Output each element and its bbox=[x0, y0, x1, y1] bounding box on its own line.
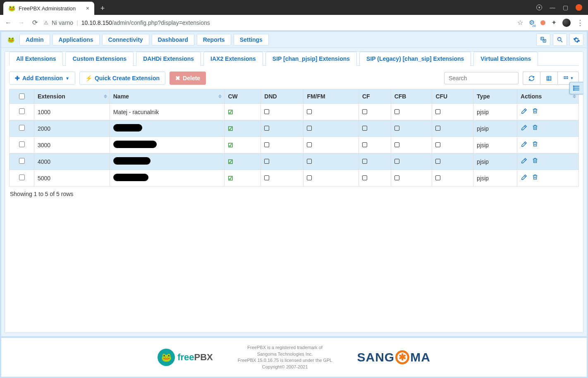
trash-icon[interactable] bbox=[532, 124, 538, 133]
edit-icon[interactable] bbox=[521, 108, 528, 116]
delete-button[interactable]: ✖ Delete bbox=[170, 72, 206, 85]
reload-button[interactable]: ⟳ bbox=[31, 19, 39, 26]
toolbar-dashboard[interactable]: Dashboard bbox=[152, 34, 194, 45]
col-extension[interactable]: Extension bbox=[34, 89, 110, 104]
checked-icon: ☑ bbox=[228, 142, 233, 148]
cell-dnd[interactable] bbox=[261, 153, 304, 170]
cell-select[interactable] bbox=[10, 120, 34, 137]
col-select[interactable] bbox=[10, 89, 34, 104]
cell-select[interactable] bbox=[10, 137, 34, 153]
maximize-button[interactable]: ▢ bbox=[563, 4, 568, 11]
url-bar[interactable]: ⚠ Ni varno | 10.10.8.150/admin/config.ph… bbox=[44, 19, 210, 26]
col-name[interactable]: Name bbox=[110, 89, 225, 104]
unchecked-icon bbox=[435, 126, 440, 131]
browser-menu-icon[interactable]: ⋮ bbox=[576, 18, 584, 27]
cell-fmfm[interactable] bbox=[304, 153, 359, 170]
extensions-puzzle-icon[interactable]: ✦ bbox=[551, 19, 557, 26]
row-select-checkbox[interactable] bbox=[19, 158, 25, 164]
cell-dnd[interactable] bbox=[261, 104, 304, 120]
trash-icon[interactable] bbox=[532, 141, 538, 149]
refresh-icon[interactable] bbox=[523, 72, 540, 85]
cell-fmfm[interactable] bbox=[304, 104, 359, 120]
toolbar-admin[interactable]: Admin bbox=[19, 34, 50, 45]
cell-cw[interactable]: ☑ bbox=[225, 120, 261, 137]
cell-cf[interactable] bbox=[359, 153, 391, 170]
language-icon[interactable] bbox=[536, 33, 550, 46]
cell-select[interactable] bbox=[10, 153, 34, 170]
cell-fmfm[interactable] bbox=[304, 137, 359, 153]
browser-tab[interactable]: 🐸 FreePBX Administration × bbox=[3, 2, 94, 15]
cell-cfb[interactable] bbox=[391, 170, 432, 187]
tab-title: FreePBX Administration bbox=[19, 5, 76, 12]
cell-fmfm[interactable] bbox=[304, 170, 359, 187]
back-button[interactable]: ← bbox=[4, 19, 12, 26]
cell-cfu[interactable] bbox=[432, 137, 473, 153]
profile-avatar[interactable] bbox=[562, 19, 571, 27]
cell-cf[interactable] bbox=[359, 137, 391, 153]
toolbar-reports[interactable]: Reports bbox=[197, 34, 231, 45]
row-select-checkbox[interactable] bbox=[19, 125, 25, 131]
row-select-checkbox[interactable] bbox=[19, 175, 25, 180]
close-window-button[interactable] bbox=[576, 4, 582, 11]
cell-cw[interactable]: ☑ bbox=[225, 137, 261, 153]
tab-custom-extensions[interactable]: Custom Extensions bbox=[65, 52, 134, 66]
extension-dot-icon[interactable] bbox=[540, 20, 545, 25]
tab-all-extensions[interactable]: All Extensions bbox=[9, 52, 63, 66]
cell-cfu[interactable] bbox=[432, 153, 473, 170]
cell-cw[interactable]: ☑ bbox=[225, 153, 261, 170]
trash-icon[interactable] bbox=[532, 157, 538, 166]
new-tab-button[interactable]: + bbox=[97, 2, 108, 14]
toolbar-applications[interactable]: Applications bbox=[53, 34, 100, 45]
cell-cw[interactable]: ☑ bbox=[225, 104, 261, 120]
translate-extension-icon[interactable]: ⚙20 bbox=[529, 19, 535, 26]
row-select-checkbox[interactable] bbox=[19, 108, 25, 114]
edit-icon[interactable] bbox=[521, 141, 528, 149]
cell-cfb[interactable] bbox=[391, 120, 432, 137]
cell-cf[interactable] bbox=[359, 104, 391, 120]
app-logo-icon[interactable]: 🐸 bbox=[5, 35, 17, 44]
cell-cfb[interactable] bbox=[391, 153, 432, 170]
tab-virtual-extensions[interactable]: Virtual Extensions bbox=[473, 52, 538, 66]
tab-iax2-extensions[interactable]: IAX2 Extensions bbox=[203, 52, 263, 66]
cell-cw[interactable]: ☑ bbox=[225, 170, 261, 187]
trash-icon[interactable] bbox=[532, 174, 538, 182]
cell-cfu[interactable] bbox=[432, 120, 473, 137]
search-icon[interactable] bbox=[553, 33, 567, 46]
cell-fmfm[interactable] bbox=[304, 120, 359, 137]
side-flyout-toggle[interactable] bbox=[569, 82, 583, 94]
cell-dnd[interactable] bbox=[261, 137, 304, 153]
columns-icon[interactable] bbox=[540, 72, 557, 85]
minimize-button[interactable]: — bbox=[550, 4, 555, 11]
cell-cfu[interactable] bbox=[432, 104, 473, 120]
edit-icon[interactable] bbox=[521, 174, 528, 182]
cell-cfb[interactable] bbox=[391, 137, 432, 153]
tab-sip-legacy-chan-sip-extensions[interactable]: SIP (Legacy) [chan_sip] Extensions bbox=[359, 52, 471, 66]
search-input[interactable] bbox=[444, 72, 519, 84]
cell-cfu[interactable] bbox=[432, 170, 473, 187]
settings-gear-icon[interactable] bbox=[569, 33, 583, 46]
cell-cfb[interactable] bbox=[391, 104, 432, 120]
cell-dnd[interactable] bbox=[261, 120, 304, 137]
row-select-checkbox[interactable] bbox=[19, 141, 25, 147]
cell-dnd[interactable] bbox=[261, 170, 304, 187]
select-all-checkbox[interactable] bbox=[19, 93, 25, 99]
cell-name bbox=[110, 170, 225, 187]
cell-select[interactable] bbox=[10, 170, 34, 187]
close-tab-icon[interactable]: × bbox=[86, 5, 89, 12]
tab-sip-chan-pjsip-extensions[interactable]: SIP [chan_pjsip] Extensions bbox=[265, 52, 357, 66]
trash-icon[interactable] bbox=[532, 108, 538, 116]
cell-cf[interactable] bbox=[359, 120, 391, 137]
edit-icon[interactable] bbox=[521, 157, 528, 166]
toolbar-settings[interactable]: Settings bbox=[234, 34, 269, 45]
bookmark-star-icon[interactable]: ☆ bbox=[517, 19, 523, 26]
cell-type: pjsip bbox=[473, 170, 517, 187]
toolbar-connectivity[interactable]: Connectivity bbox=[102, 34, 149, 45]
tab-dahdi-extensions[interactable]: DAHDi Extensions bbox=[136, 52, 201, 66]
edit-icon[interactable] bbox=[521, 124, 528, 133]
add-extension-button[interactable]: ✚ Add Extension ▼ bbox=[9, 72, 75, 85]
cell-cf[interactable] bbox=[359, 170, 391, 187]
forward-button[interactable]: → bbox=[17, 19, 26, 26]
cell-select[interactable] bbox=[10, 104, 34, 120]
quick-create-button[interactable]: ⚡ Quick Create Extension bbox=[79, 72, 165, 85]
redacted-name bbox=[113, 157, 151, 165]
